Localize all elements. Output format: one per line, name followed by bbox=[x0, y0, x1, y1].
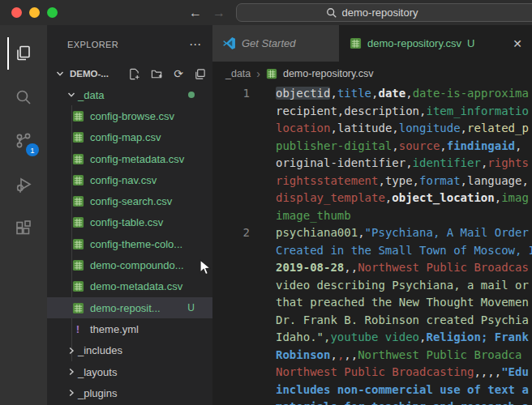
code-token: psychiana001 bbox=[276, 226, 358, 239]
code-line[interactable]: recipient,description,item_informatio bbox=[212, 103, 532, 121]
search-view-icon[interactable] bbox=[0, 75, 47, 119]
csv-icon bbox=[71, 301, 84, 314]
tree-item-config-theme-colo[interactable]: config-theme-colo... bbox=[47, 233, 212, 254]
code-token: includes non-commercial use of text a bbox=[276, 383, 529, 396]
tree-item-demo-reposit[interactable]: demo-reposit...U bbox=[47, 297, 212, 318]
code-line[interactable]: Created in the Small Town of Moscow, I bbox=[212, 242, 532, 260]
code-line[interactable]: location,latitude,longitude,related_p bbox=[212, 120, 532, 138]
code-token: rightsstatement bbox=[276, 174, 378, 187]
code-line[interactable]: Northwest Public Broadcasting,,,,"Edu bbox=[212, 364, 532, 382]
code-line[interactable]: materials for teaching and research a bbox=[212, 399, 532, 405]
code-area[interactable]: 1objectid,title,date,date-is-approximare… bbox=[212, 85, 532, 405]
window-controls bbox=[11, 7, 58, 18]
tab-demo-repository-csv[interactable]: demo-repository.csv U ✕ bbox=[339, 25, 532, 62]
close-tab-icon[interactable]: ✕ bbox=[513, 37, 522, 50]
code-token: ,, bbox=[344, 348, 358, 361]
code-token: date bbox=[378, 87, 405, 100]
tab-get-started[interactable]: Get Started bbox=[212, 25, 339, 62]
code-token: latitude bbox=[337, 122, 392, 134]
command-center-text: demo-repository bbox=[342, 6, 418, 19]
tree-item-_plugins[interactable]: _plugins bbox=[47, 382, 212, 403]
refresh-icon[interactable]: ⟳ bbox=[174, 67, 183, 80]
code-line[interactable]: 2019-08-28,,Northwest Public Broadcas bbox=[212, 259, 532, 277]
new-folder-icon[interactable] bbox=[151, 68, 163, 80]
close-window-button[interactable] bbox=[11, 7, 22, 18]
breadcrumb-folder[interactable]: _data bbox=[225, 68, 251, 79]
code-token: related_p bbox=[467, 122, 529, 134]
back-icon[interactable]: ← bbox=[189, 6, 202, 20]
tree-item-config-navcsv[interactable]: config-nav.csv bbox=[47, 169, 212, 190]
code-token: Created in the Small Town of Moscow, I bbox=[276, 244, 532, 257]
code-line[interactable]: Idaho.",youtube video,Religion; Frank bbox=[212, 329, 532, 347]
tree-item-config-browsecsv[interactable]: config-browse.csv bbox=[47, 105, 212, 126]
explorer-icon[interactable] bbox=[0, 32, 47, 75]
git-status-untracked: U bbox=[467, 37, 474, 49]
csv-icon bbox=[71, 195, 84, 208]
command-center-search[interactable]: demo-repository bbox=[236, 3, 532, 22]
tree-item-label: config-metadata.csv bbox=[90, 153, 184, 165]
code-token: date-is-approxima bbox=[413, 87, 529, 100]
tree-item-_includes[interactable]: _includes bbox=[47, 340, 212, 361]
code-line[interactable]: video describing Psychiana, a mail or bbox=[212, 277, 532, 295]
code-line[interactable]: image_thumb bbox=[212, 207, 532, 225]
code-line[interactable]: 2psychiana001,"Psychiana, A Mail Order bbox=[212, 224, 532, 242]
code-line[interactable]: display_template,object_location,imag bbox=[212, 190, 532, 207]
code-line[interactable]: Dr. Frank B. Robinson created Psychia bbox=[212, 312, 532, 330]
csv-file-icon bbox=[349, 37, 362, 50]
code-line[interactable]: rightsstatement,type,format,language, bbox=[212, 173, 532, 190]
code-token: identifier bbox=[413, 156, 481, 169]
tree-item-label: theme.yml bbox=[90, 323, 139, 335]
tree-item-config-mapcsv[interactable]: config-map.csv bbox=[47, 127, 212, 148]
zoom-window-button[interactable] bbox=[47, 7, 58, 18]
collapse-folders-icon[interactable] bbox=[194, 68, 206, 80]
git-modified-dot-icon bbox=[188, 92, 195, 98]
code-token: , bbox=[330, 87, 337, 100]
code-token: object_location bbox=[392, 191, 494, 204]
csv-icon bbox=[71, 109, 84, 122]
code-token: , bbox=[392, 139, 398, 152]
code-token: that preached the New Thought Movemen bbox=[276, 296, 529, 309]
tree-item-demo-metadatacsv[interactable]: demo-metadata.csv bbox=[47, 276, 212, 297]
tree-item-_layouts[interactable]: _layouts bbox=[47, 361, 212, 382]
code-token: image_thumb bbox=[276, 209, 351, 222]
extensions-icon[interactable] bbox=[0, 207, 47, 250]
source-control-icon[interactable]: 1 bbox=[0, 119, 47, 163]
tree-item-config-tablecsv[interactable]: config-table.csv bbox=[47, 212, 212, 233]
workspace-root-row[interactable]: DEMO-... ⟳ bbox=[47, 63, 212, 84]
more-actions-icon[interactable]: ⋯ bbox=[189, 40, 201, 49]
chevron-right-icon bbox=[65, 368, 78, 376]
code-line[interactable]: 1objectid,title,date,date-is-approxima bbox=[212, 85, 532, 103]
tree-item-demo-compoundo[interactable]: demo-compoundo... bbox=[47, 254, 212, 275]
run-debug-icon[interactable] bbox=[0, 163, 47, 207]
minimize-window-button[interactable] bbox=[29, 7, 40, 18]
breadcrumb-file[interactable]: demo-repository.csv bbox=[283, 68, 374, 79]
code-token: , bbox=[413, 174, 419, 187]
csv-icon bbox=[71, 259, 84, 272]
search-icon bbox=[326, 7, 337, 19]
tree-item-label: _layouts bbox=[78, 366, 117, 378]
code-token: source bbox=[399, 139, 440, 152]
forward-icon: → bbox=[212, 6, 225, 20]
tree-item-config-searchcsv[interactable]: config-search.csv bbox=[47, 190, 212, 211]
tree-item-themeyml[interactable]: !theme.yml bbox=[47, 318, 212, 339]
chevron-right-icon: › bbox=[256, 67, 260, 80]
code-token: rights bbox=[487, 156, 529, 169]
tree-item-label: config-table.csv bbox=[90, 216, 163, 228]
csv-icon bbox=[71, 152, 84, 165]
code-line[interactable]: that preached the New Thought Movemen bbox=[212, 294, 532, 312]
code-line[interactable]: publisher-digital,source,findingaid, bbox=[212, 138, 532, 156]
code-token: location bbox=[276, 122, 330, 134]
tree-item-config-metadatacsv[interactable]: config-metadata.csv bbox=[47, 148, 212, 169]
git-status-untracked: U bbox=[187, 302, 195, 313]
code-token: Northwest Public Broadcasting bbox=[276, 365, 474, 378]
tree-item-_data[interactable]: _data bbox=[47, 84, 212, 105]
csv-icon bbox=[71, 216, 84, 229]
code-line[interactable]: includes non-commercial use of text a bbox=[212, 382, 532, 399]
tree-item-label: demo-metadata.csv bbox=[90, 280, 182, 292]
code-token: ,, bbox=[344, 261, 358, 274]
new-file-icon[interactable] bbox=[128, 68, 140, 80]
code-line[interactable]: Robinson,,,,Northwest Public Broadca bbox=[212, 347, 532, 364]
code-token: imag bbox=[501, 191, 529, 204]
explorer-sidebar: EXPLORER ⋯ DEMO-... bbox=[47, 25, 212, 405]
code-line[interactable]: original-identifier,identifier,rights bbox=[212, 155, 532, 173]
